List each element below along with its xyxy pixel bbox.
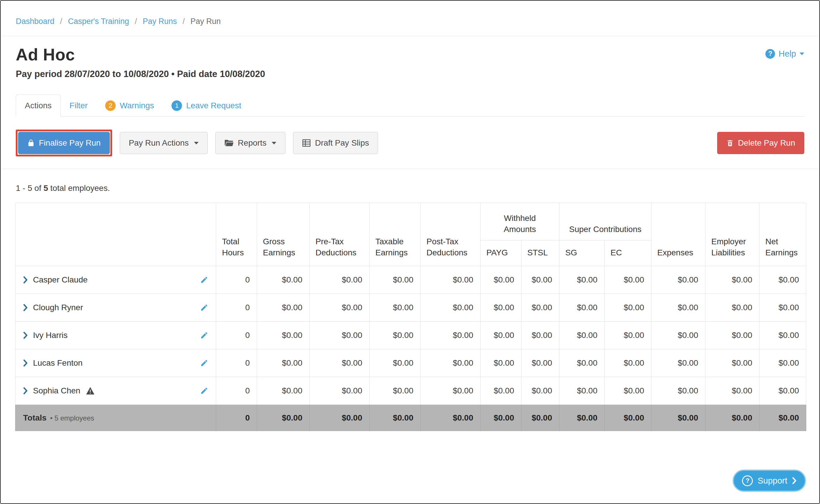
amount-value: $0.00 (760, 294, 806, 322)
table-header: Total Hours Gross Earnings Pre-Tax Deduc… (15, 203, 806, 266)
draft-pay-slips-button[interactable]: Draft Pay Slips (293, 132, 378, 154)
caret-down-icon (272, 142, 276, 144)
total-hours-value: 0 (216, 266, 257, 294)
col-header-sg: SG (559, 240, 605, 266)
pay-run-actions-label: Pay Run Actions (129, 138, 189, 148)
tab-bar: Actions Filter 2 Warnings 1 Leave Reques… (16, 95, 804, 117)
breadcrumb-separator: / (182, 17, 185, 26)
employee-table-body: Casper Claude0$0.00$0.00$0.00$0.00$0.00$… (15, 266, 806, 405)
total-hours-value: 0 (216, 377, 257, 405)
summary-count: 5 (43, 184, 48, 193)
employee-name-cell: Sophia Chen (15, 377, 216, 405)
amount-value: $0.00 (605, 294, 652, 322)
summary-suffix: total employees. (48, 184, 110, 193)
amount-value: $0.00 (760, 349, 806, 377)
amount-value: $0.00 (310, 294, 370, 322)
tab-warnings-label: Warnings (120, 101, 154, 110)
amount-value: $0.00 (706, 349, 760, 377)
totals-amount-value: $0.00 (480, 405, 521, 431)
expand-row-chevron-icon[interactable] (23, 387, 28, 395)
totals-amount-value: $0.00 (605, 405, 652, 431)
col-header-ec: EC (605, 240, 652, 266)
amount-value: $0.00 (559, 322, 605, 349)
col-header-gross-earnings: Gross Earnings (257, 203, 310, 266)
employee-name[interactable]: Ivy Harris (33, 331, 67, 340)
help-dropdown[interactable]: ? Help (765, 49, 804, 59)
chevron-right-icon (792, 477, 797, 484)
expand-row-chevron-icon[interactable] (23, 276, 28, 284)
amount-value: $0.00 (521, 377, 559, 405)
employee-name-cell: Ivy Harris (15, 322, 216, 349)
employee-warning-icon[interactable] (86, 387, 94, 395)
edit-employee-icon[interactable] (200, 359, 208, 367)
amount-value: $0.00 (310, 377, 370, 405)
amount-value: $0.00 (521, 266, 559, 294)
tab-actions[interactable]: Actions (16, 95, 61, 117)
pay-run-actions-button[interactable]: Pay Run Actions (120, 132, 208, 154)
employee-column-header (15, 203, 216, 266)
expand-row-chevron-icon[interactable] (23, 332, 28, 339)
totals-amount-value: $0.00 (652, 405, 706, 431)
amount-value: $0.00 (310, 322, 370, 349)
support-button[interactable]: ? Support (733, 470, 806, 492)
tab-filter[interactable]: Filter (61, 95, 96, 117)
employee-name[interactable]: Sophia Chen (33, 386, 80, 395)
breadcrumb-dashboard[interactable]: Dashboard (16, 17, 54, 26)
group-header-withheld-amounts: Withheld Amounts (480, 203, 559, 240)
edit-employee-icon[interactable] (200, 304, 208, 312)
summary-prefix: 1 - 5 of (16, 184, 43, 193)
totals-amount-value: $0.00 (421, 405, 480, 431)
amount-value: $0.00 (706, 322, 760, 349)
col-header-taxable-earnings: Taxable Earnings (370, 203, 421, 266)
tab-warnings[interactable]: 2 Warnings (96, 95, 163, 117)
amount-value: $0.00 (310, 349, 370, 377)
expand-row-chevron-icon[interactable] (23, 359, 28, 367)
edit-employee-icon[interactable] (200, 387, 208, 395)
support-question-icon: ? (742, 475, 753, 486)
col-header-total-hours: Total Hours (216, 203, 257, 266)
amount-value: $0.00 (521, 349, 559, 377)
employee-name-cell: Lucas Fenton (15, 349, 216, 377)
amount-value: $0.00 (559, 266, 605, 294)
col-header-net-earnings: Net Earnings (760, 203, 806, 266)
employee-row: Clough Ryner0$0.00$0.00$0.00$0.00$0.00$0… (15, 294, 806, 322)
amount-value: $0.00 (257, 266, 310, 294)
breadcrumb: Dashboard / Casper's Training / Pay Runs… (1, 1, 819, 36)
help-label: Help (779, 49, 796, 59)
edit-employee-icon[interactable] (200, 276, 208, 284)
finalise-pay-run-button[interactable]: Finalise Pay Run (18, 132, 110, 154)
expand-row-chevron-icon[interactable] (23, 304, 28, 311)
breadcrumb-separator: / (135, 17, 137, 26)
col-header-payg: PAYG (480, 240, 521, 266)
employee-row: Ivy Harris0$0.00$0.00$0.00$0.00$0.00$0.0… (15, 322, 806, 349)
employee-name[interactable]: Clough Ryner (33, 303, 83, 312)
breadcrumb-caspers-training[interactable]: Casper's Training (68, 17, 129, 26)
reports-label: Reports (238, 138, 267, 148)
edit-employee-icon[interactable] (200, 331, 208, 339)
support-label: Support (758, 476, 787, 486)
tab-leave-request[interactable]: 1 Leave Request (163, 95, 250, 117)
trash-icon (726, 139, 734, 147)
delete-pay-run-button[interactable]: Delete Pay Run (717, 132, 804, 154)
pay-run-table-wrap: Total Hours Gross Earnings Pre-Tax Deduc… (1, 193, 819, 431)
col-header-post-tax-deductions: Post-Tax Deductions (421, 203, 480, 266)
reports-button[interactable]: Reports (215, 132, 286, 154)
amount-value: $0.00 (370, 349, 421, 377)
totals-sublabel: • 5 employees (50, 414, 94, 422)
col-header-pre-tax-deductions: Pre-Tax Deductions (310, 203, 370, 266)
amount-value: $0.00 (652, 322, 706, 349)
help-question-icon: ? (765, 49, 775, 59)
amount-value: $0.00 (310, 266, 370, 294)
amount-value: $0.00 (652, 294, 706, 322)
caret-down-icon (194, 142, 198, 144)
breadcrumb-separator: / (60, 17, 62, 26)
group-header-super-contributions: Super Contributions (559, 203, 652, 240)
finalise-pay-run-label: Finalise Pay Run (39, 138, 101, 148)
amount-value: $0.00 (652, 349, 706, 377)
amount-value: $0.00 (605, 322, 652, 349)
amount-value: $0.00 (706, 266, 760, 294)
employee-name[interactable]: Lucas Fenton (33, 358, 83, 368)
breadcrumb-pay-runs[interactable]: Pay Runs (142, 17, 177, 26)
employee-name[interactable]: Casper Claude (33, 275, 88, 285)
warnings-count-badge: 2 (105, 100, 116, 111)
